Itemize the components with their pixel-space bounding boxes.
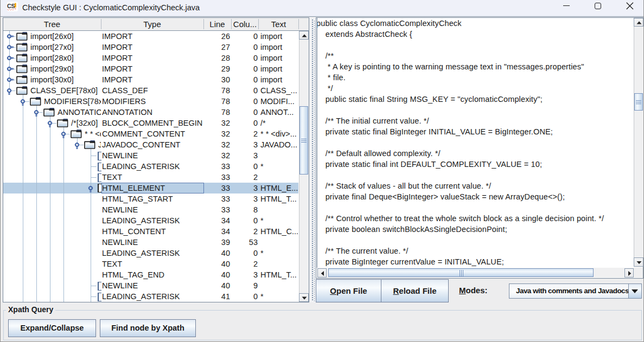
svg-text:CS: CS: [7, 3, 15, 9]
